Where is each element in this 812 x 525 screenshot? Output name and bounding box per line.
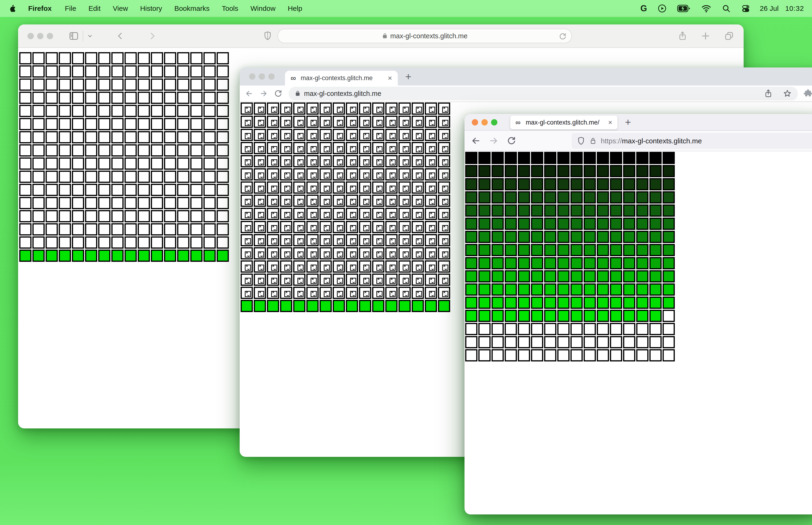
share-icon[interactable] (764, 89, 772, 99)
broken-image-icon: × (258, 186, 264, 192)
broken-image-icon: × (442, 291, 448, 297)
webgl-canvas-cell (478, 257, 491, 269)
webgl-canvas-cell: × (306, 103, 319, 115)
firefox-active-tab[interactable]: ∞ max-gl-contexts.glitch.me/ × (510, 116, 617, 129)
reload-icon[interactable] (274, 89, 282, 98)
privacy-shield-icon[interactable] (263, 30, 272, 42)
webgl-canvas-cell (570, 283, 583, 296)
firefox-url-bar[interactable]: https://max-gl-contexts.glitch.me (572, 133, 812, 149)
menubar-date[interactable]: 26 Jul (760, 4, 779, 13)
forward-icon[interactable] (148, 31, 157, 41)
menu-window[interactable]: Window (250, 4, 276, 13)
menu-file[interactable]: File (65, 4, 76, 13)
tab-overview-icon[interactable] (724, 31, 734, 41)
new-tab-button[interactable]: + (405, 71, 411, 82)
webgl-canvas-cell (72, 118, 84, 130)
broken-image-icon: × (389, 159, 396, 165)
webgl-canvas-cell: × (385, 142, 398, 154)
safari-url-bar[interactable]: max-gl-contexts.glitch.me (277, 29, 572, 43)
back-icon[interactable] (245, 89, 253, 98)
webgl-canvas-cell (662, 244, 675, 256)
play-status-icon[interactable] (657, 4, 667, 13)
minimize-button[interactable] (259, 73, 265, 80)
broken-image-icon: × (271, 238, 277, 244)
webgl-canvas-cell: × (359, 142, 371, 154)
broken-image-icon: × (377, 186, 383, 192)
back-icon[interactable] (471, 136, 480, 146)
webgl-canvas-cell: × (267, 234, 279, 246)
apple-logo-icon[interactable] (8, 4, 17, 13)
reload-icon[interactable] (507, 136, 516, 146)
close-button[interactable] (472, 119, 478, 125)
menu-view[interactable]: View (113, 4, 128, 13)
webgl-canvas-cell: × (372, 168, 384, 180)
share-icon[interactable] (678, 30, 687, 42)
webgl-canvas-cell (557, 257, 569, 269)
chrome-active-tab[interactable]: ∞ max-gl-contexts.glitch.me × (285, 71, 398, 86)
webgl-canvas-cell: × (425, 181, 437, 194)
minimize-button[interactable] (481, 119, 488, 125)
webgl-canvas-cell: × (412, 234, 424, 246)
broken-image-icon: × (389, 212, 396, 218)
broken-image-icon: × (337, 120, 343, 126)
zoom-button[interactable] (47, 33, 53, 39)
tracking-shield-icon[interactable] (577, 136, 585, 146)
webgl-canvas-cell: × (425, 155, 437, 167)
menu-help[interactable]: Help (288, 4, 302, 13)
webgl-canvas-cell (505, 178, 517, 190)
google-status-icon[interactable]: G (641, 3, 647, 13)
broken-image-icon: × (429, 252, 435, 258)
control-center-icon[interactable] (741, 4, 750, 13)
broken-image-icon: × (363, 212, 369, 218)
broken-image-icon: × (429, 278, 435, 284)
new-tab-plus-icon[interactable] (701, 31, 710, 41)
chrome-url-bar[interactable]: max-gl-contexts.glitch.me (289, 87, 798, 100)
webgl-canvas-cell (138, 92, 150, 104)
zoom-button[interactable] (268, 73, 275, 80)
webgl-canvas-cell (46, 144, 58, 156)
forward-icon[interactable] (489, 136, 498, 146)
forward-icon[interactable] (259, 89, 268, 98)
webgl-canvas-cell: × (398, 273, 411, 286)
webgl-canvas-cell: × (241, 273, 253, 286)
webgl-canvas-cell: × (320, 195, 332, 207)
menu-app-name[interactable]: Firefox (28, 4, 52, 13)
webgl-canvas-cell (59, 92, 71, 104)
webgl-canvas-cell: × (320, 221, 332, 233)
webgl-canvas-cell: × (412, 287, 424, 299)
broken-image-icon: × (389, 265, 396, 271)
lock-icon[interactable] (589, 137, 597, 145)
broken-image-icon: × (350, 159, 356, 165)
menu-bookmarks[interactable]: Bookmarks (174, 4, 210, 13)
reload-icon[interactable] (559, 32, 567, 41)
bookmark-star-icon[interactable] (783, 89, 792, 98)
sidebar-icon[interactable] (68, 31, 79, 41)
webgl-canvas-cell (177, 236, 189, 249)
webgl-canvas-cell (98, 118, 110, 130)
tab-close-icon[interactable]: × (388, 74, 392, 82)
webgl-canvas-cell (151, 105, 163, 117)
search-icon[interactable] (722, 4, 731, 13)
broken-image-icon: × (311, 252, 317, 258)
chevron-down-icon[interactable] (87, 33, 93, 39)
broken-image-icon: × (297, 252, 304, 258)
menubar-time[interactable]: 10:32 (785, 4, 804, 13)
minimize-button[interactable] (37, 33, 44, 39)
zoom-button[interactable] (491, 119, 497, 125)
menu-edit[interactable]: Edit (88, 4, 101, 13)
extensions-puzzle-icon[interactable] (803, 89, 812, 99)
back-icon[interactable] (116, 31, 125, 41)
wifi-icon[interactable] (701, 4, 711, 13)
webgl-canvas-cell (190, 78, 202, 91)
webgl-canvas-cell (623, 244, 635, 256)
menu-tools[interactable]: Tools (222, 4, 238, 13)
tab-close-icon[interactable]: × (608, 118, 612, 126)
webgl-canvas-cell (203, 92, 216, 104)
webgl-canvas-cell (544, 270, 556, 283)
webgl-canvas-cell (610, 257, 622, 269)
webgl-canvas-cell (518, 178, 530, 190)
close-button[interactable] (28, 33, 34, 39)
close-button[interactable] (249, 73, 256, 80)
menu-history[interactable]: History (140, 4, 162, 13)
new-tab-button[interactable]: + (625, 116, 631, 128)
